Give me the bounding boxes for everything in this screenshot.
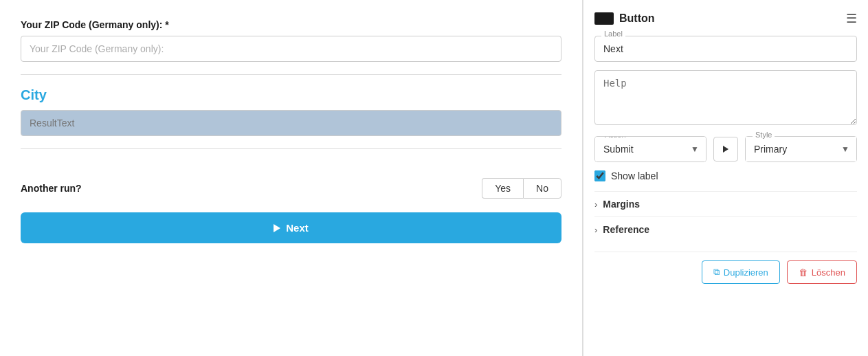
reference-chevron-icon: › xyxy=(594,225,597,235)
label-field-group-label: Label xyxy=(601,30,625,38)
next-button[interactable]: Next xyxy=(21,212,561,243)
divider-1 xyxy=(21,74,561,75)
another-run-label: Another run? xyxy=(21,183,482,194)
help-field-group xyxy=(594,70,857,128)
style-select[interactable]: Primary Secondary Danger Warning Success xyxy=(746,137,856,162)
duplicate-icon: ⧉ xyxy=(713,267,720,278)
delete-label: Löschen xyxy=(812,267,845,278)
right-header: Button ☰ xyxy=(594,11,857,26)
left-panel: Your ZIP Code (Germany only): * City Ano… xyxy=(0,0,583,356)
duplicate-button[interactable]: ⧉ Duplizieren xyxy=(702,260,780,284)
play-icon xyxy=(723,146,728,153)
result-input[interactable] xyxy=(21,110,561,136)
right-panel: Button ☰ Label Action Submit Reset Butto… xyxy=(583,0,868,356)
label-input[interactable] xyxy=(594,36,857,62)
next-play-icon xyxy=(274,224,280,232)
margins-section[interactable]: › Margins xyxy=(594,191,857,216)
zip-input[interactable] xyxy=(21,36,561,62)
action-select-wrapper: Action Submit Reset Button ▼ xyxy=(594,136,706,162)
show-label-checkbox[interactable] xyxy=(594,170,605,181)
action-select-label: Action xyxy=(602,136,629,139)
action-row: Action Submit Reset Button ▼ Style Prima… xyxy=(594,136,857,162)
zip-field-label: Your ZIP Code (Germany only): * xyxy=(21,19,561,30)
zip-label-text: Your ZIP Code (Germany only): xyxy=(21,19,162,30)
reference-section[interactable]: › Reference xyxy=(594,216,857,242)
panel-title-row: Button xyxy=(594,12,655,25)
yes-button[interactable]: Yes xyxy=(482,178,523,199)
help-textarea[interactable] xyxy=(594,70,857,125)
label-field-group: Label xyxy=(594,36,857,62)
divider-2 xyxy=(21,148,561,149)
delete-icon: 🗑 xyxy=(799,267,808,278)
another-run-row: Another run? Yes No xyxy=(21,178,561,199)
delete-button[interactable]: 🗑 Löschen xyxy=(787,260,857,284)
reference-label: Reference xyxy=(603,224,649,235)
show-label-row: Show label xyxy=(594,170,857,181)
duplicate-label: Duplizieren xyxy=(724,267,768,278)
margins-chevron-icon: › xyxy=(594,199,597,210)
city-label: City xyxy=(21,87,561,103)
panel-title: Button xyxy=(619,12,655,25)
show-label-text: Show label xyxy=(611,170,658,181)
bottom-actions: ⧉ Duplizieren 🗑 Löschen xyxy=(594,252,857,284)
style-select-wrapper: Style Primary Secondary Danger Warning S… xyxy=(745,136,857,162)
no-button[interactable]: No xyxy=(523,178,561,199)
menu-icon[interactable]: ☰ xyxy=(846,11,857,26)
style-select-label: Style xyxy=(753,131,775,139)
margins-label: Margins xyxy=(603,199,640,210)
next-button-label: Next xyxy=(286,222,309,234)
button-icon xyxy=(594,12,614,25)
play-button[interactable] xyxy=(713,137,738,162)
action-select[interactable]: Submit Reset Button xyxy=(595,137,706,162)
